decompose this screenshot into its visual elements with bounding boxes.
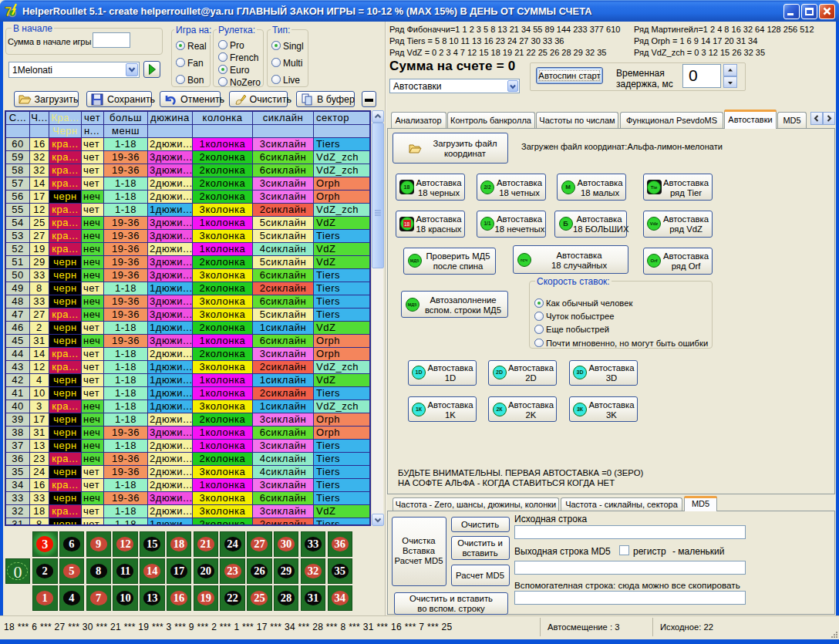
svg-text:7: 7 — [5, 5, 12, 19]
